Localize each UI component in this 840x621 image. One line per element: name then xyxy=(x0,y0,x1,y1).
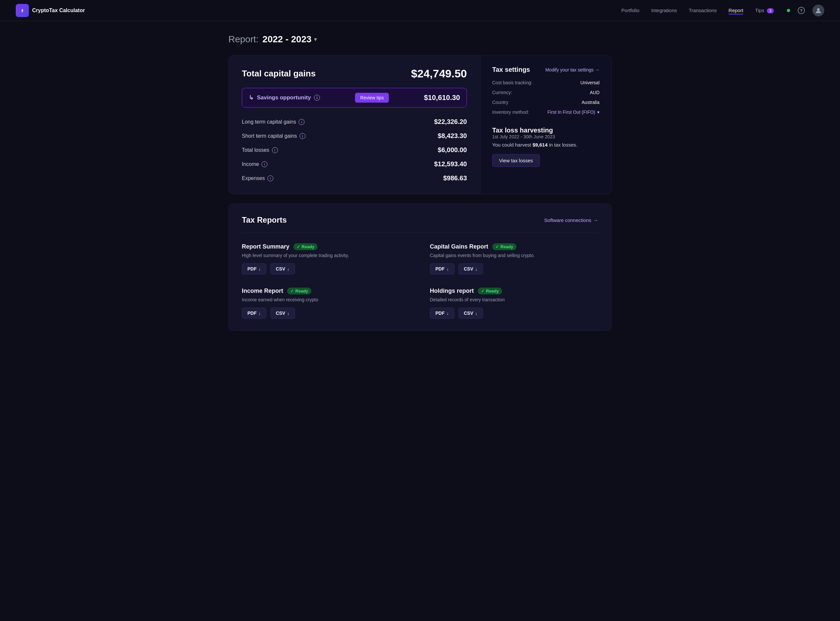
left-panel: Total capital gains $24,749.50 ↳ Savings… xyxy=(229,55,480,194)
capital-gains-report: Capital Gains Report ✓ Ready Capital gai… xyxy=(430,243,598,274)
cost-basis-row: Cost basis tracking: Universal xyxy=(492,80,600,85)
cost-basis-label: Cost basis tracking: xyxy=(492,80,532,85)
currency-value: AUD xyxy=(589,90,600,95)
metric-label: Expenses i xyxy=(242,176,273,181)
currency-row: Currency: AUD xyxy=(492,90,600,95)
currency-label: Currency: xyxy=(492,90,512,95)
divider xyxy=(242,232,598,233)
user-avatar[interactable] xyxy=(813,5,824,17)
report-summary-buttons: PDF ↓ CSV ↓ xyxy=(242,263,410,274)
download-icon: ↓ xyxy=(258,311,261,316)
svg-point-5 xyxy=(817,8,820,11)
nav-report[interactable]: Report xyxy=(728,8,743,14)
tax-reports-card: Tax Reports Software connections → Repor… xyxy=(228,203,612,331)
nav-transactions[interactable]: Transactions xyxy=(689,8,717,13)
income-pdf-button[interactable]: PDF ↓ xyxy=(242,307,266,319)
metric-row: Expenses i $986.63 xyxy=(242,174,467,182)
income-report-header: Income Report ✓ Ready xyxy=(242,288,410,294)
view-tax-losses-button[interactable]: View tax losses xyxy=(492,154,540,167)
holdings-csv-button[interactable]: CSV ↓ xyxy=(459,307,483,319)
year-selector[interactable]: 2022 - 2023 ▾ xyxy=(263,34,317,45)
tax-loss-section: Tax loss harvesting 1st July 2022 - 30th… xyxy=(492,127,600,167)
nav-integrations[interactable]: Integrations xyxy=(651,8,677,13)
country-value: Australia xyxy=(582,100,600,105)
savings-banner: ↳ Savings opportunity i Review tips $10,… xyxy=(242,88,467,108)
metric-value: $8,423.30 xyxy=(438,132,467,140)
metric-value: $986.63 xyxy=(443,174,467,182)
chevron-down-icon: ▾ xyxy=(597,109,600,115)
income-report-badge: ✓ Ready xyxy=(287,288,311,294)
metric-row: Short term capital gains i $8,423.30 xyxy=(242,132,467,140)
metrics-list: Long term capital gains i $22,326.20 Sho… xyxy=(242,118,467,182)
download-icon: ↓ xyxy=(287,311,289,316)
help-icon: ? xyxy=(797,7,805,14)
report-summary-desc: High level summary of your complete trad… xyxy=(242,253,410,258)
income-csv-button[interactable]: CSV ↓ xyxy=(270,307,295,319)
holdings-pdf-button[interactable]: PDF ↓ xyxy=(430,307,454,319)
metric-label: Total losses i xyxy=(242,147,278,153)
report-label: Report: xyxy=(228,34,258,45)
metric-label: Short term capital gains i xyxy=(242,133,305,139)
holdings-report-buttons: PDF ↓ CSV ↓ xyxy=(430,307,598,319)
capital-gains-row: Total capital gains $24,749.50 xyxy=(242,67,467,80)
metric-label: Long term capital gains i xyxy=(242,119,304,125)
review-tips-button[interactable]: Review tips xyxy=(355,93,389,103)
tax-period: 1st July 2022 - 30th June 2023 xyxy=(492,134,600,139)
modify-tax-settings-link[interactable]: Modify your tax settings → xyxy=(545,67,600,73)
nav-tips[interactable]: Tips 3 xyxy=(755,8,774,13)
capital-gains-csv-button[interactable]: CSV ↓ xyxy=(459,263,483,274)
capital-gains-pdf-button[interactable]: PDF ↓ xyxy=(430,263,454,274)
software-connections-link[interactable]: Software connections → xyxy=(544,217,598,223)
year-text: 2022 - 2023 xyxy=(263,34,311,45)
metric-info-icon[interactable]: i xyxy=(299,119,304,125)
report-summary-csv-button[interactable]: CSV ↓ xyxy=(270,263,295,274)
holdings-report-desc: Detailed records of every transaction xyxy=(430,297,598,302)
metric-info-icon[interactable]: i xyxy=(299,133,305,139)
inventory-method-selector[interactable]: First In First Out (FIFO) ▾ xyxy=(548,109,600,115)
download-icon: ↓ xyxy=(475,311,477,316)
nav-links: Portfolio Integrations Transactions Repo… xyxy=(621,8,774,14)
income-report: Income Report ✓ Ready Income earned when… xyxy=(242,288,410,319)
check-icon: ✓ xyxy=(495,245,499,249)
download-icon: ↓ xyxy=(475,267,477,271)
capital-gains-report-name: Capital Gains Report xyxy=(430,243,488,250)
savings-amount: $10,610.30 xyxy=(424,94,460,102)
help-button[interactable]: ? xyxy=(795,5,807,17)
report-summary-header: Report Summary ✓ Ready xyxy=(242,243,410,250)
report-summary-pdf-button[interactable]: PDF ↓ xyxy=(242,263,266,274)
income-report-desc: Income earned when receiving crypto xyxy=(242,297,410,302)
metric-row: Long term capital gains i $22,326.20 xyxy=(242,118,467,126)
reports-header: Tax Reports Software connections → xyxy=(242,215,598,224)
metric-info-icon[interactable]: i xyxy=(261,161,267,167)
capital-gains-report-buttons: PDF ↓ CSV ↓ xyxy=(430,263,598,274)
logo[interactable]: ₿ CryptoTax Calculator xyxy=(16,4,85,17)
download-icon: ↓ xyxy=(447,267,449,271)
savings-info-icon[interactable]: i xyxy=(314,95,320,101)
metric-value: $22,326.20 xyxy=(434,118,467,126)
holdings-report-name: Holdings report xyxy=(430,288,474,294)
holdings-report: Holdings report ✓ Ready Detailed records… xyxy=(430,288,598,319)
nav-portfolio[interactable]: Portfolio xyxy=(621,8,639,13)
country-label: Country xyxy=(492,100,508,105)
reports-grid: Report Summary ✓ Ready High level summar… xyxy=(242,243,598,319)
report-summary-name: Report Summary xyxy=(242,243,289,250)
holdings-report-header: Holdings report ✓ Ready xyxy=(430,288,598,294)
page-header: Report: 2022 - 2023 ▾ xyxy=(228,34,612,45)
metric-info-icon[interactable]: i xyxy=(272,147,278,153)
tax-settings-section: Tax settings Modify your tax settings → … xyxy=(492,66,600,115)
metric-row: Income i $12,593.40 xyxy=(242,161,467,168)
user-icon xyxy=(815,7,822,14)
right-panel: Tax settings Modify your tax settings → … xyxy=(480,55,611,194)
tax-loss-title: Tax loss harvesting xyxy=(492,127,553,134)
tax-reports-title: Tax Reports xyxy=(242,215,287,224)
income-report-name: Income Report xyxy=(242,288,283,294)
tax-settings-title: Tax settings xyxy=(492,66,530,73)
nav-icons: ? xyxy=(787,5,824,17)
chevron-down-icon: ▾ xyxy=(314,36,317,43)
metric-row: Total losses i $6,000.00 xyxy=(242,146,467,154)
download-icon: ↓ xyxy=(287,267,289,271)
arrow-icon: → xyxy=(595,67,600,73)
check-icon: ✓ xyxy=(297,245,300,249)
tips-badge: 3 xyxy=(767,8,774,14)
metric-info-icon[interactable]: i xyxy=(267,176,273,181)
